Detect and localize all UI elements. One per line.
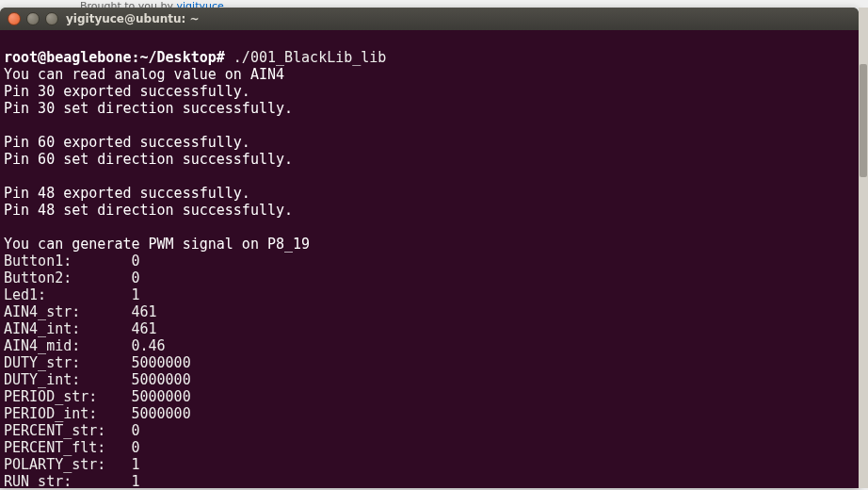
output-kv-row: RUN_str: 1 xyxy=(4,473,855,488)
kv-label: RUN_str: xyxy=(4,473,131,488)
output-line: Pin 48 set direction successfully. xyxy=(4,202,293,219)
kv-value: 461 xyxy=(131,303,156,320)
kv-value: 5000000 xyxy=(131,405,190,422)
output-kv-row: AIN4_str: 461 xyxy=(4,303,855,320)
kv-value: 1 xyxy=(131,473,139,488)
scrollbar[interactable] xyxy=(859,8,868,488)
output-kv-row: Button2: 0 xyxy=(4,270,855,286)
kv-value: 5000000 xyxy=(131,371,190,388)
output-line: Pin 30 exported successfully. xyxy=(4,83,250,100)
output-line: Pin 60 set direction successfully. xyxy=(4,151,293,168)
kv-label: PERCENT_flt: xyxy=(4,439,131,456)
kv-label: AIN4_int: xyxy=(4,320,131,337)
output-line: Pin 48 exported successfully. xyxy=(4,185,250,202)
kv-label: PERIOD_str: xyxy=(4,388,131,405)
minimize-button[interactable] xyxy=(26,12,40,25)
title-bar: yigityuce@ubuntu: ~ xyxy=(0,8,859,30)
window-controls xyxy=(8,12,58,25)
kv-value: 0 xyxy=(131,439,139,456)
kv-label: PERCENT_str: xyxy=(4,422,131,439)
output-line: Pin 60 exported successfully. xyxy=(4,134,250,151)
kv-label: DUTY_str: xyxy=(4,354,131,371)
output-kv-row: AIN4_int: 461 xyxy=(4,320,855,337)
kv-label: POLARTY_str: xyxy=(4,456,131,473)
terminal-content[interactable]: root@beaglebone:~/Desktop# ./001_BlackLi… xyxy=(0,30,859,488)
terminal-window: yigityuce@ubuntu: ~ root@beaglebone:~/De… xyxy=(0,8,859,488)
kv-value: 0 xyxy=(131,253,139,270)
output-kv-row: Led1: 1 xyxy=(4,286,855,303)
kv-label: Led1: xyxy=(4,286,131,303)
close-button[interactable] xyxy=(8,12,21,25)
kv-value: 5000000 xyxy=(131,388,190,405)
output-kv-row: AIN4_mid: 0.46 xyxy=(4,337,855,354)
output-kv-row: PERIOD_int: 5000000 xyxy=(4,405,855,422)
kv-value: 461 xyxy=(131,320,156,337)
kv-label: AIN4_str: xyxy=(4,303,131,320)
kv-value: 1 xyxy=(131,456,139,473)
output-line: You can read analog value on AIN4 xyxy=(4,66,284,83)
output-kv-row: PERIOD_str: 5000000 xyxy=(4,388,855,405)
command-text: ./001_BlackLib_lib xyxy=(233,49,387,66)
kv-label: DUTY_int: xyxy=(4,371,131,388)
kv-label: Button2: xyxy=(4,270,131,286)
kv-label: Button1: xyxy=(4,253,131,270)
kv-label: PERIOD_int: xyxy=(4,405,131,422)
kv-value: 0.46 xyxy=(131,337,165,354)
output-line: You can generate PWM signal on P8_19 xyxy=(4,236,310,253)
kv-value: 5000000 xyxy=(131,354,190,371)
kv-value: 0 xyxy=(131,422,139,439)
scrollbar-thumb[interactable] xyxy=(860,64,867,177)
output-kv-row: Button1: 0 xyxy=(4,253,855,270)
maximize-button[interactable] xyxy=(45,12,58,25)
output-kv-row: DUTY_str: 5000000 xyxy=(4,354,855,371)
kv-label: AIN4_mid: xyxy=(4,337,131,354)
output-kv-row: DUTY_int: 5000000 xyxy=(4,371,855,388)
prompt: root@beaglebone:~/Desktop# xyxy=(4,49,225,66)
output-kv-row: POLARTY_str: 1 xyxy=(4,456,855,473)
output-line: Pin 30 set direction successfully. xyxy=(4,100,293,117)
kv-value: 0 xyxy=(131,270,139,286)
kv-value: 1 xyxy=(131,286,139,303)
window-title: yigityuce@ubuntu: ~ xyxy=(58,12,851,25)
output-kv-row: PERCENT_flt: 0 xyxy=(4,439,855,456)
output-kv-row: PERCENT_str: 0 xyxy=(4,422,855,439)
